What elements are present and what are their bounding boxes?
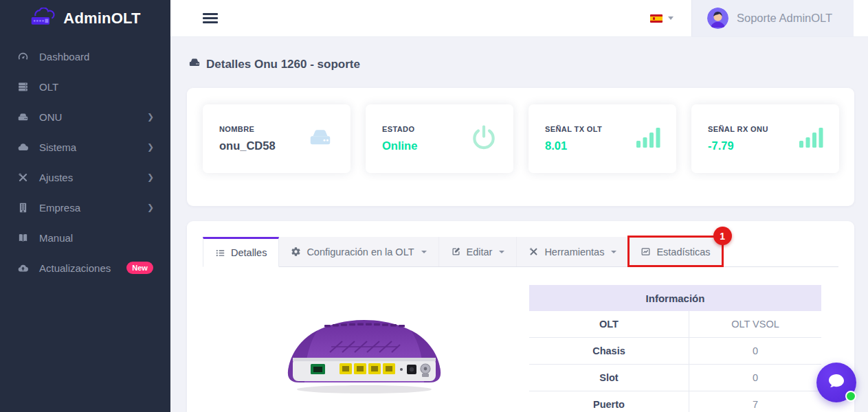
tab-label: Detalles — [231, 247, 267, 258]
tab-herramientas[interactable]: Herramientas — [517, 237, 629, 266]
card-label: SEÑAL TX OLT — [545, 125, 602, 133]
chevron-right-icon: ❯ — [147, 172, 154, 182]
stat-cards-panel: NOMBRE onu_CD58 ESTADO Online SEÑAL TX O… — [187, 88, 854, 206]
menu-toggle-icon[interactable] — [203, 11, 218, 26]
tab-label: Configuración en la OLT — [307, 247, 414, 258]
table-row: Slot 0 — [529, 365, 821, 391]
chevron-right-icon: ❯ — [147, 203, 154, 212]
card-nombre: NOMBRE onu_CD58 — [203, 104, 350, 173]
chart-line-icon — [641, 247, 651, 257]
power-icon — [469, 123, 498, 154]
avatar — [707, 8, 728, 29]
caret-down-icon — [611, 251, 616, 253]
chat-widget-button[interactable] — [816, 363, 856, 402]
page-title-text: Detalles Onu 1260 - soporte — [206, 58, 360, 71]
card-senal-rx-onu: SEÑAL RX ONU -7.79 — [691, 104, 839, 173]
sidebar-item-label: Ajustes — [39, 172, 73, 183]
book-icon — [16, 232, 29, 244]
page-title: Detalles Onu 1260 - soporte — [188, 56, 360, 72]
new-badge: New — [126, 262, 153, 274]
table-row: OLT OLT VSOL — [529, 311, 821, 338]
sidebar-item-empresa[interactable]: Empresa ❯ — [0, 192, 170, 222]
edit-icon — [451, 247, 461, 257]
tab-label: Estadísticas — [656, 247, 710, 258]
sidebar-item-onu[interactable]: ONU ❯ — [0, 102, 170, 132]
row-key: Puerto — [529, 391, 689, 412]
sidebar-item-ajustes[interactable]: Ajustes ❯ — [0, 162, 170, 192]
sidebar-item-sistema[interactable]: Sistema ❯ — [0, 132, 170, 162]
list-icon — [215, 248, 225, 258]
online-status-dot — [845, 391, 856, 402]
sidebar-item-label: Sistema — [39, 141, 76, 153]
caret-down-icon — [421, 251, 427, 253]
app-logo[interactable]: AdminOLT — [0, 0, 170, 37]
topbar-right: Soporte AdminOLT — [632, 0, 854, 36]
user-menu[interactable]: Soporte AdminOLT — [691, 0, 854, 36]
signal-bars-icon — [636, 127, 661, 150]
language-dropdown[interactable] — [632, 14, 691, 23]
onu-device-icon — [188, 56, 201, 72]
card-label: SEÑAL RX ONU — [708, 125, 768, 133]
tools-icon — [16, 172, 29, 183]
onu-device-icon — [305, 125, 335, 152]
topbar: Soporte AdminOLT — [170, 0, 868, 37]
tab-configuracion-olt[interactable]: Configuración en la OLT — [279, 237, 438, 266]
cloud-icon — [16, 141, 29, 153]
caret-down-icon — [499, 251, 504, 253]
card-value: -7.79 — [708, 139, 768, 152]
chevron-right-icon: ❯ — [147, 142, 154, 152]
sidebar-nav: Dashboard OLT ONU ❯ Sistema ❯ Aj — [0, 37, 170, 283]
chevron-right-icon: ❯ — [147, 112, 154, 122]
tab-label: Editar — [467, 247, 493, 258]
info-table: Información OLT OLT VSOL Chasis 0 Slot 0… — [529, 285, 821, 412]
sidebar-item-label: ONU — [39, 111, 62, 123]
gear-icon — [291, 247, 301, 257]
tab-editar[interactable]: Editar — [439, 237, 518, 266]
sidebar-item-actualizaciones[interactable]: Actualizaciones New — [0, 253, 170, 283]
row-key: Chasis — [529, 338, 689, 364]
user-name: Soporte AdminOLT — [737, 12, 832, 25]
logo-cloud-switch-icon — [30, 8, 57, 30]
row-key: Slot — [529, 365, 689, 391]
onu-detail-panel: Detalles Configuración en la OLT Editar … — [187, 221, 854, 412]
logo-text: AdminOLT — [63, 10, 140, 27]
tabstrip: Detalles Configuración en la OLT Editar … — [203, 237, 838, 267]
tab-label: Herramientas — [544, 247, 604, 258]
spain-flag-icon — [650, 14, 663, 23]
chat-bubble-icon — [827, 372, 846, 393]
card-value: Online — [382, 139, 417, 152]
onu-device-icon — [16, 111, 29, 123]
card-value: onu_CD58 — [219, 139, 276, 152]
row-value: OLT VSOL — [689, 311, 821, 337]
sidebar: AdminOLT Dashboard OLT ONU ❯ Sistema — [0, 0, 170, 412]
card-estado: ESTADO Online — [366, 104, 513, 173]
table-row: Chasis 0 — [529, 338, 821, 365]
row-value: 0 — [689, 365, 821, 391]
sidebar-item-label: Empresa — [39, 202, 80, 214]
signal-bars-icon — [799, 127, 824, 150]
sidebar-item-label: Dashboard — [39, 51, 89, 62]
onu-product-image — [282, 314, 447, 402]
sidebar-item-label: Manual — [39, 232, 73, 244]
table-row: Puerto 7 — [529, 391, 821, 412]
card-senal-tx-olt: SEÑAL TX OLT 8.01 — [528, 104, 676, 173]
sidebar-item-label: Actualizaciones — [39, 262, 111, 274]
cloud-upload-icon — [16, 262, 29, 274]
sidebar-item-manual[interactable]: Manual — [0, 222, 170, 253]
sidebar-item-olt[interactable]: OLT — [0, 71, 170, 102]
gauge-icon — [16, 51, 29, 62]
info-table-header: Información — [529, 285, 821, 311]
row-value: 0 — [689, 338, 821, 364]
tutorial-step-badge: 1 — [713, 227, 732, 245]
sidebar-item-dashboard[interactable]: Dashboard — [0, 41, 170, 71]
row-key: OLT — [529, 311, 689, 337]
sidebar-item-label: OLT — [39, 81, 58, 93]
card-value: 8.01 — [545, 139, 602, 152]
building-icon — [16, 202, 29, 214]
tab-detalles[interactable]: Detalles — [203, 237, 279, 267]
tools-icon — [528, 247, 539, 257]
card-label: ESTADO — [382, 125, 417, 133]
server-stack-icon — [16, 81, 29, 93]
tab-estadisticas[interactable]: Estadísticas 1 — [629, 237, 722, 266]
row-value: 7 — [689, 391, 821, 412]
